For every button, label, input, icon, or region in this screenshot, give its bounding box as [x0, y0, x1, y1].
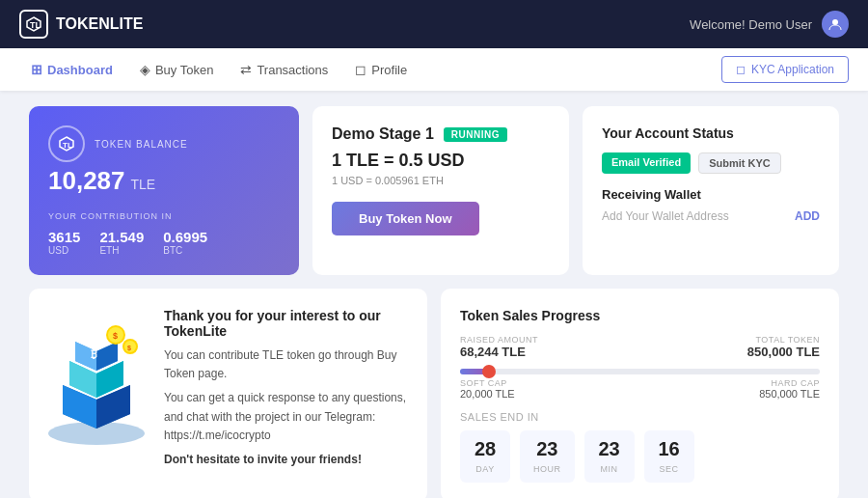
- top-cards-row: TL TOKEN BALANCE 10,287 TLE YOUR CONTRIB…: [29, 106, 839, 275]
- sidebar-item-buy-token[interactable]: ◈ Buy Token: [128, 56, 225, 83]
- stage-header: Demo Stage 1 RUNNING: [332, 125, 550, 143]
- transactions-icon: ⇄: [240, 62, 252, 77]
- logo-icon: TL: [19, 10, 48, 39]
- welcome-title: Thank you for your interest to our Token…: [164, 308, 408, 339]
- nav-transactions-label: Transactions: [257, 63, 328, 77]
- raised-value: 68,244 TLE: [460, 345, 538, 359]
- sidebar-item-transactions[interactable]: ⇄ Transactions: [229, 56, 339, 83]
- svg-text:₿: ₿: [91, 347, 97, 361]
- rate-main: 1 TLE = 0.5 USD: [332, 151, 550, 171]
- header-right: Welcome! Demo User: [690, 11, 849, 38]
- buy-token-button[interactable]: Buy Token Now: [332, 202, 479, 235]
- raised-label: RAISED AMOUNT: [460, 335, 538, 345]
- countdown: 28 DAY 23 HOUR 23 MIN 16 SEC: [460, 430, 820, 483]
- svg-text:$: $: [127, 345, 131, 352]
- kyc-icon: ◻: [736, 63, 746, 76]
- cap-labels: SOFT CAP 20,000 TLE HARD CAP 850,000 TLE: [460, 378, 820, 400]
- eth-label: ETH: [99, 245, 144, 256]
- welcome-para2: You can get a quick response to any ques…: [164, 389, 408, 445]
- demo-stage-card: Demo Stage 1 RUNNING 1 TLE = 0.5 USD 1 U…: [312, 106, 569, 275]
- progress-track: [460, 369, 820, 374]
- usd-label: USD: [48, 245, 80, 256]
- balance-unit: TLE: [131, 177, 156, 192]
- submit-kyc-button[interactable]: Submit KYC: [698, 152, 781, 174]
- svg-text:TL: TL: [30, 20, 41, 30]
- user-avatar[interactable]: [822, 11, 849, 38]
- running-badge: RUNNING: [444, 127, 507, 142]
- soft-cap-label: SOFT CAP 20,000 TLE: [460, 378, 515, 400]
- btc-value: 0.6995: [163, 229, 207, 245]
- contribution-eth: 21.549 ETH: [99, 229, 144, 256]
- svg-text:$: $: [113, 331, 118, 341]
- sales-end-label: SALES END IN: [460, 411, 820, 423]
- dashboard-icon: ⊞: [31, 62, 42, 77]
- token-logo: TL: [48, 125, 85, 162]
- contribution-label: YOUR CONTRIBUTION IN: [48, 211, 280, 221]
- welcome-para1: You can contribute TLE token go through …: [164, 346, 408, 383]
- raised-amount-label: RAISED AMOUNT 68,244 TLE: [460, 335, 538, 359]
- rate-sub: 1 USD = 0.005961 ETH: [332, 175, 550, 186]
- hard-cap-label: HARD CAP 850,000 TLE: [759, 378, 820, 400]
- countdown-min: 23 MIN: [584, 430, 635, 483]
- welcome-bold-line: Don't hesitate to invite your friends!: [164, 451, 408, 469]
- wallet-title: Receiving Wallet: [602, 187, 820, 202]
- nav-buy-token-label: Buy Token: [155, 63, 213, 77]
- add-wallet-link[interactable]: ADD: [795, 209, 820, 223]
- welcome-text: Welcome! Demo User: [690, 17, 812, 32]
- countdown-hour: 23 HOUR: [520, 430, 575, 483]
- sales-title: Token Sales Progress: [460, 308, 820, 323]
- token-balance-label: TOKEN BALANCE: [95, 139, 188, 150]
- wallet-placeholder: Add Your Wallet Address: [602, 209, 729, 223]
- svg-point-2: [832, 19, 838, 25]
- countdown-day: 28 DAY: [460, 430, 510, 483]
- logo-text: TOKENLITE: [56, 15, 143, 33]
- nav-links: ⊞ Dashboard ◈ Buy Token ⇄ Transactions ◻…: [19, 56, 419, 83]
- kyc-button[interactable]: ◻ KYC Application: [721, 56, 849, 83]
- nav-dashboard-label: Dashboard: [47, 63, 113, 77]
- eth-value: 21.549: [99, 229, 144, 245]
- bottom-cards-row: $ $ ₿ Thank you for your interest to our…: [29, 289, 839, 498]
- account-status-card: Your Account Status Email Verified Submi…: [583, 106, 839, 275]
- profile-icon: ◻: [355, 62, 366, 77]
- sidebar-item-profile[interactable]: ◻ Profile: [343, 56, 419, 83]
- contribution-values: 3615 USD 21.549 ETH 0.6995 BTC: [48, 229, 280, 256]
- total-value: 850,000 TLE: [747, 345, 820, 359]
- progress-bar: [460, 369, 820, 374]
- nav-profile-label: Profile: [371, 63, 407, 77]
- btc-label: BTC: [163, 245, 207, 256]
- main-content: TL TOKEN BALANCE 10,287 TLE YOUR CONTRIB…: [0, 91, 868, 498]
- welcome-illustration: $ $ ₿: [39, 298, 154, 448]
- contribution-usd: 3615 USD: [48, 229, 80, 256]
- email-verified-badge: Email Verified: [602, 152, 691, 174]
- welcome-card: $ $ ₿ Thank you for your interest to our…: [29, 289, 427, 498]
- svg-text:TL: TL: [63, 141, 72, 150]
- total-label: TOTAL TOKEN: [747, 335, 820, 345]
- account-status-title: Your Account Status: [602, 125, 820, 141]
- progress-thumb: [482, 365, 496, 378]
- status-badges: Email Verified Submit KYC: [602, 152, 820, 174]
- countdown-sec: 16 SEC: [644, 430, 694, 483]
- balance-amount: 10,287: [48, 166, 125, 196]
- progress-labels: RAISED AMOUNT 68,244 TLE TOTAL TOKEN 850…: [460, 335, 820, 359]
- header: TL TOKENLITE Welcome! Demo User: [0, 0, 868, 48]
- token-balance-card: TL TOKEN BALANCE 10,287 TLE YOUR CONTRIB…: [29, 106, 299, 275]
- logo: TL TOKENLITE: [19, 10, 143, 39]
- sales-progress-card: Token Sales Progress RAISED AMOUNT 68,24…: [441, 289, 839, 498]
- stage-title: Demo Stage 1: [332, 125, 434, 143]
- nav: ⊞ Dashboard ◈ Buy Token ⇄ Transactions ◻…: [0, 48, 868, 91]
- token-balance-header: TL TOKEN BALANCE: [48, 125, 280, 162]
- contribution-btc: 0.6995 BTC: [163, 229, 207, 256]
- usd-value: 3615: [48, 229, 80, 245]
- wallet-row: Add Your Wallet Address ADD: [602, 209, 820, 223]
- token-balance-label-wrap: TOKEN BALANCE: [95, 139, 188, 150]
- welcome-text: Thank you for your interest to our Token…: [164, 308, 408, 469]
- sidebar-item-dashboard[interactable]: ⊞ Dashboard: [19, 56, 124, 83]
- buy-token-icon: ◈: [140, 62, 150, 77]
- total-token-label: TOTAL TOKEN 850,000 TLE: [747, 335, 820, 359]
